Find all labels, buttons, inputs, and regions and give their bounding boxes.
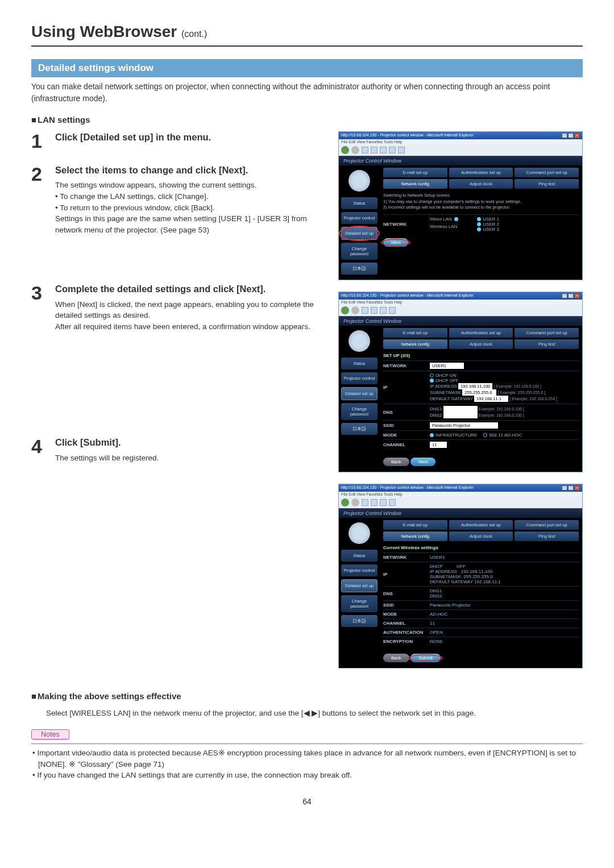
tab-email[interactable]: E-mail set up: [383, 328, 447, 338]
sidebar-detailed-setup[interactable]: Detailed set up: [341, 579, 377, 592]
home-icon[interactable]: [380, 147, 387, 153]
tab-command[interactable]: Command port set up: [515, 168, 579, 177]
tab-network-config[interactable]: Network config: [383, 179, 447, 189]
radio-icon[interactable]: [477, 222, 481, 226]
minimize-icon[interactable]: _: [562, 485, 567, 491]
sidebar-status[interactable]: Status: [341, 550, 377, 562]
subnet-input[interactable]: 255.255.255.0: [462, 389, 496, 396]
win1-user2[interactable]: USER 2: [477, 222, 499, 227]
search-icon[interactable]: [380, 499, 387, 506]
tab-email[interactable]: E-mail set up: [383, 168, 447, 177]
home-icon[interactable]: [371, 307, 377, 314]
tab-network-config[interactable]: Network config: [383, 531, 447, 541]
win1-user3[interactable]: USER 3: [477, 227, 499, 232]
tab-adjust-clock[interactable]: Adjust clock: [449, 339, 513, 349]
radio-icon[interactable]: [454, 217, 458, 221]
win1-menubar[interactable]: File Edit View Favorites Tools Help: [339, 139, 582, 144]
back-button[interactable]: Back: [383, 654, 409, 662]
close-icon[interactable]: ×: [574, 133, 580, 138]
sidebar-projector-control[interactable]: Projector control: [341, 372, 377, 384]
minimize-icon[interactable]: _: [562, 293, 567, 298]
forward-icon[interactable]: [351, 306, 359, 314]
favorites-icon[interactable]: [389, 499, 396, 506]
tab-auth[interactable]: Authentication set up: [449, 168, 513, 177]
maximize-icon[interactable]: □: [568, 133, 574, 138]
ssid-input[interactable]: Panasonic Projector: [430, 422, 498, 429]
sidebar-language-jp[interactable]: 日本語: [341, 263, 377, 275]
sidebar-projector-control[interactable]: Projector control: [341, 212, 377, 224]
win1-header: Projector Control Window: [339, 156, 582, 165]
sidebar-change-password[interactable]: Change password: [341, 243, 377, 260]
win2-menubar[interactable]: File Edit View Favorites Tools Help: [339, 300, 582, 305]
step-1-title: Click [Detailed set up] in the menu.: [55, 131, 327, 143]
subnet-value: 255.255.255.0: [464, 574, 493, 579]
tab-auth[interactable]: Authentication set up: [449, 328, 513, 338]
favorites-icon[interactable]: [398, 147, 405, 153]
close-icon[interactable]: ×: [574, 485, 580, 491]
sidebar-language-jp[interactable]: 日本語: [341, 615, 377, 627]
submit-button[interactable]: Submit: [410, 654, 441, 662]
home-icon[interactable]: [371, 499, 377, 506]
mode-infra-option[interactable]: INFRASTRUCTURE: [430, 433, 477, 438]
channel-input[interactable]: 11: [430, 442, 447, 448]
sidebar-status[interactable]: Status: [341, 358, 377, 369]
sidebar-projector-control[interactable]: Projector control: [341, 564, 377, 576]
sidebar-detailed-setup[interactable]: Detailed set up: [341, 227, 377, 240]
gateway-input[interactable]: 192.168.11.1: [474, 396, 508, 402]
win1-toolbar: [339, 144, 582, 156]
next-button[interactable]: Next: [383, 238, 408, 247]
tab-auth[interactable]: Authentication set up: [449, 520, 513, 530]
dns1-input[interactable]: [443, 406, 478, 412]
win2-network-value[interactable]: USER1: [430, 363, 464, 369]
radio-icon[interactable]: [430, 379, 434, 383]
sidebar-change-password[interactable]: Change password: [341, 403, 377, 420]
tab-ping-test[interactable]: Ping test: [515, 179, 579, 189]
sidebar-detailed-setup[interactable]: Detailed set up: [341, 387, 377, 400]
forward-icon[interactable]: [351, 146, 359, 154]
search-icon[interactable]: [389, 147, 396, 153]
win1-user1[interactable]: USER 1: [477, 217, 499, 222]
radio-icon[interactable]: [430, 373, 434, 377]
tab-command[interactable]: Command port set up: [515, 520, 579, 530]
search-icon[interactable]: [380, 307, 387, 314]
dns2-input[interactable]: [443, 412, 478, 418]
sidebar-change-password[interactable]: Change password: [341, 595, 377, 612]
radio-icon[interactable]: [477, 217, 481, 221]
radio-icon[interactable]: [483, 433, 487, 437]
back-icon[interactable]: [341, 146, 349, 154]
back-icon[interactable]: [341, 306, 349, 314]
close-icon[interactable]: ×: [574, 293, 580, 298]
tab-ping-test[interactable]: Ping test: [515, 531, 579, 541]
radio-icon[interactable]: [477, 227, 481, 231]
win3-menubar[interactable]: File Edit View Favorites Tools Help: [339, 492, 582, 497]
tab-ping-test[interactable]: Ping test: [515, 339, 579, 349]
dhcp-on-option[interactable]: DHCP ON: [430, 373, 579, 378]
back-button[interactable]: Back: [383, 458, 409, 466]
dhcp-off-option[interactable]: DHCP OFF: [430, 378, 579, 383]
sidebar-language-jp[interactable]: 日本語: [341, 423, 377, 435]
gateway-value: 192.168.11.1: [474, 579, 501, 584]
ip-address-input[interactable]: 192.168.11.100: [458, 383, 492, 389]
radio-icon[interactable]: [430, 433, 434, 437]
refresh-icon[interactable]: [362, 499, 368, 506]
tab-adjust-clock[interactable]: Adjust clock: [449, 531, 513, 541]
tab-command[interactable]: Command port set up: [515, 328, 579, 338]
win3-toolbar: [339, 497, 582, 508]
maximize-icon[interactable]: □: [568, 485, 574, 491]
refresh-icon[interactable]: [371, 147, 377, 153]
favorites-icon[interactable]: [389, 307, 396, 314]
stop-icon[interactable]: [362, 147, 368, 153]
sidebar-status[interactable]: Status: [341, 197, 377, 209]
refresh-icon[interactable]: [362, 307, 368, 314]
step-2: 2 Select the items to change and click […: [31, 164, 327, 235]
next-button[interactable]: Next: [410, 458, 435, 466]
tab-network-config[interactable]: Network config: [383, 339, 447, 349]
forward-icon[interactable]: [351, 499, 359, 506]
tab-adjust-clock[interactable]: Adjust clock: [449, 179, 513, 189]
minimize-icon[interactable]: _: [562, 133, 567, 138]
maximize-icon[interactable]: □: [568, 293, 574, 298]
mode-adhoc-option[interactable]: 802.11 AD-HOC: [483, 433, 522, 438]
back-icon[interactable]: [341, 499, 349, 506]
tab-email[interactable]: E-mail set up: [383, 520, 447, 530]
ipaddr-label: IP ADDRESS: [430, 569, 457, 574]
